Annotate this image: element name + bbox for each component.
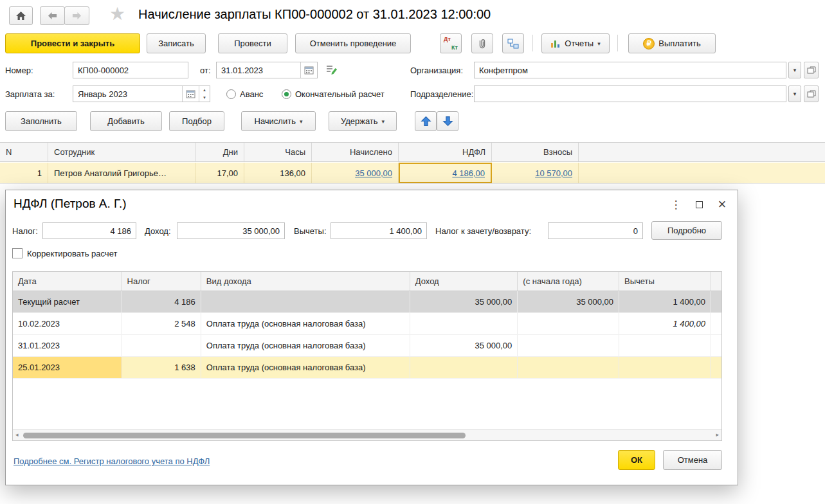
reports-label: Отчеты	[565, 39, 594, 48]
dialog-close-button[interactable]: ×	[713, 195, 731, 213]
grid-row-current[interactable]: Текущий расчет 4 186 35 000,00 35 000,00…	[13, 291, 721, 313]
horizontal-scrollbar[interactable]: ◂ ▸	[13, 429, 721, 440]
pick-button[interactable]: Подбор	[169, 111, 224, 131]
calendar-picker-button[interactable]	[300, 62, 317, 78]
fill-button[interactable]: Заполнить	[5, 111, 77, 131]
write-button[interactable]: Записать	[147, 33, 206, 53]
reports-button[interactable]: Отчеты ▾	[541, 33, 610, 53]
division-input[interactable]	[474, 86, 786, 102]
scrollbar-thumb[interactable]	[23, 433, 466, 438]
date-cell: Текущий расчет	[13, 291, 122, 312]
cancel-posting-button[interactable]: Отменить проведение	[295, 33, 411, 53]
cancel-button[interactable]: Отмена	[663, 450, 722, 470]
home-button[interactable]	[9, 6, 33, 25]
empty-cell	[711, 313, 721, 334]
fees-cell: 10 570,00	[492, 163, 579, 183]
back-button[interactable]	[40, 6, 65, 25]
favorites-star-icon[interactable]: ★	[109, 3, 125, 24]
dialog-maximize-button[interactable]	[690, 195, 708, 213]
accrued-amount-link[interactable]: 35 000,00	[355, 168, 392, 178]
employees-table-header: N Сотрудник Дни Часы Начислено НДФЛ Взно…	[0, 142, 825, 162]
division-dropdown-button[interactable]: ▾	[788, 86, 801, 102]
chevron-down-icon: ▾	[597, 40, 601, 47]
withhold-button[interactable]: Удержать ▾	[329, 111, 397, 131]
accrue-button[interactable]: Начислить ▾	[241, 111, 316, 131]
chevron-down-icon: ▾	[793, 67, 797, 73]
final-calculation-radio[interactable]	[282, 89, 291, 99]
scroll-right-icon[interactable]: ▸	[716, 431, 719, 438]
final-calculation-radio-label: Окончательный расчет	[295, 86, 385, 102]
organization-open-button[interactable]	[804, 62, 819, 78]
deductions-cell: 1 400,00	[619, 313, 711, 334]
calendar-picker-button[interactable]	[182, 86, 199, 102]
col-header-days: Дни	[196, 143, 244, 161]
salary-period-input[interactable]: Январь 2023 ▲ ▼	[73, 86, 210, 102]
ndfl-dialog: НДФЛ (Петров А. Г.) ⋮ × Налог: 4 186 Дох…	[5, 190, 738, 485]
move-row-up-button[interactable]	[415, 111, 437, 131]
deductions-input[interactable]: 1 400,00	[331, 222, 427, 239]
add-button[interactable]: Добавить	[90, 111, 162, 131]
adjust-calculation-checkbox[interactable]	[12, 248, 23, 258]
employee-table-row[interactable]: 1 Петров Анатолий Григорье… 17,00 136,00…	[0, 163, 825, 184]
col-header-date: Дата	[13, 272, 122, 291]
date-cell: 25.01.2023	[13, 357, 122, 378]
tax-cell: 4 186	[122, 291, 201, 312]
ndfl-register-grid: Дата Налог Вид дохода Доход (с начала го…	[12, 271, 722, 441]
scroll-left-icon[interactable]: ◂	[15, 431, 19, 438]
grid-row[interactable]: 31.01.2023 Оплата труда (основная налого…	[13, 335, 721, 357]
advance-radio[interactable]	[226, 89, 236, 99]
spin-up-icon[interactable]: ▲	[199, 86, 210, 94]
organization-input[interactable]: Конфетпром	[474, 62, 786, 78]
days-cell: 17,00	[196, 163, 244, 183]
col-header-income: Доход	[410, 272, 518, 291]
document-title: Начисление зарплаты КП00-000002 от 31.01…	[138, 7, 491, 22]
organization-dropdown-button[interactable]: ▾	[788, 62, 801, 78]
grid-row-selected[interactable]: 25.01.2023 1 638 Оплата труда (основная …	[13, 357, 721, 379]
post-button[interactable]: Провести	[218, 33, 287, 53]
related-documents-button[interactable]	[502, 33, 524, 53]
period-stepper[interactable]: ▲ ▼	[199, 86, 210, 102]
number-value: КП00-000002	[73, 62, 188, 78]
grid-row[interactable]: 10.02.2023 2 548 Оплата труда (основная …	[13, 313, 721, 335]
spin-down-icon[interactable]: ▼	[199, 94, 210, 102]
ndfl-amount-link[interactable]: 4 186,00	[452, 168, 485, 178]
number-input[interactable]: КП00-000002	[73, 62, 188, 78]
income-input[interactable]: 35 000,00	[177, 222, 285, 239]
tax-offset-input[interactable]: 0	[548, 222, 643, 239]
pay-label: Выплатить	[658, 39, 701, 48]
income-type-cell: Оплата труда (основная налоговая база)	[201, 313, 410, 334]
dr-cr-icon: ДтКт	[440, 34, 461, 53]
details-button[interactable]: Подробно	[651, 221, 722, 240]
post-and-close-button[interactable]: Провести и закрыть	[5, 33, 140, 53]
ytd-cell: 35 000,00	[518, 291, 619, 312]
deductions-cell	[619, 335, 711, 356]
date-cell: 10.02.2023	[13, 313, 122, 334]
document-structure-icon	[507, 39, 519, 49]
ok-button[interactable]: ОК	[618, 450, 655, 470]
empty-cell	[711, 291, 721, 312]
accrued-cell: 35 000,00	[312, 163, 399, 183]
dialog-menu-button[interactable]: ⋮	[667, 195, 685, 213]
tax-offset-label: Налог к зачету/возврату:	[435, 222, 531, 239]
tax-label: Налог:	[12, 222, 38, 239]
chevron-down-icon: ▾	[382, 118, 385, 125]
change-history-button[interactable]	[325, 64, 338, 77]
ndfl-register-link[interactable]: Подробнее см. Регистр налогового учета п…	[14, 456, 210, 466]
income-type-cell: Оплата труда (основная налоговая база)	[201, 357, 410, 378]
col-header-ytd: (с начала года)	[518, 272, 619, 291]
division-open-button[interactable]	[804, 86, 819, 102]
forward-button[interactable]	[64, 6, 89, 25]
report-chart-icon	[550, 39, 561, 48]
fees-amount-link[interactable]: 10 570,00	[535, 168, 572, 178]
number-label: Номер:	[5, 62, 33, 78]
tax-input[interactable]: 4 186	[42, 222, 136, 239]
pay-button[interactable]: ₽ Выплатить	[628, 33, 716, 53]
date-input[interactable]: 31.01.2023	[216, 62, 318, 78]
ytd-cell	[518, 313, 619, 334]
calendar-icon	[186, 89, 195, 98]
adjust-calculation-label: Корректировать расчет	[27, 245, 117, 262]
withhold-label: Удержать	[341, 116, 378, 126]
dr-cr-postings-button[interactable]: ДтКт	[440, 33, 462, 53]
move-row-down-button[interactable]	[437, 111, 458, 131]
attachments-button[interactable]	[471, 33, 493, 53]
